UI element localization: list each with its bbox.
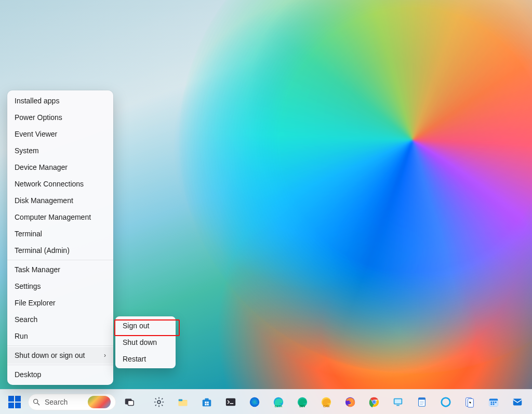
menu-item-task-manager[interactable]: Task Manager	[7, 261, 113, 278]
taskbar-app-edge-beta[interactable]: BETA	[268, 392, 289, 412]
svg-rect-10	[207, 402, 208, 403]
calendar-icon	[487, 396, 500, 408]
submenu-item-shut-down[interactable]: Shut down	[115, 334, 176, 351]
taskbar-app-edge-dev[interactable]: DEV	[292, 392, 313, 412]
edge-icon	[248, 396, 261, 408]
svg-rect-41	[493, 402, 495, 403]
taskbar-app-assistant[interactable]	[435, 392, 456, 412]
taskbar-app-calendar[interactable]	[483, 392, 504, 412]
svg-rect-5	[179, 400, 188, 406]
menu-item-search[interactable]: Search	[7, 311, 113, 328]
svg-text:DEV: DEV	[299, 405, 305, 408]
taskbar-app-monitor[interactable]	[388, 392, 408, 412]
svg-text:BETA: BETA	[275, 405, 283, 408]
menu-item-computer-management[interactable]: Computer Management	[7, 209, 113, 225]
svg-line-1	[37, 403, 39, 405]
chevron-right-icon: ›	[104, 351, 106, 359]
menu-item-power-options[interactable]: Power Options	[7, 109, 113, 126]
menu-item-shutdown-signout[interactable]: Shut down or sign out ›	[7, 347, 113, 364]
taskbar-app-edge-canary[interactable]: CAN	[316, 392, 337, 412]
edge-canary-icon: CAN	[320, 396, 332, 408]
svg-rect-6	[179, 399, 182, 401]
edge-dev-icon: DEV	[296, 396, 309, 408]
menu-item-run[interactable]: Run	[7, 328, 113, 344]
svg-point-35	[442, 397, 450, 406]
svg-rect-40	[491, 402, 493, 403]
quick-link-menu: Installed apps Power Options Event Viewe…	[7, 90, 113, 385]
svg-rect-42	[495, 402, 497, 403]
taskbar-app-chrome[interactable]	[364, 392, 384, 412]
menu-item-system[interactable]: System	[7, 142, 113, 159]
submenu-item-restart[interactable]: Restart	[115, 351, 176, 368]
task-view-icon	[123, 396, 136, 408]
mail-icon	[511, 396, 524, 408]
app-monitor-icon	[392, 396, 404, 408]
menu-item-disk-management[interactable]: Disk Management	[7, 192, 113, 209]
shutdown-submenu: Sign out Shut down Restart	[115, 316, 176, 368]
menu-item-terminal-admin[interactable]: Terminal (Admin)	[7, 242, 113, 259]
svg-text:CAN: CAN	[323, 405, 329, 408]
menu-item-device-manager[interactable]: Device Manager	[7, 159, 113, 176]
windows-logo-icon	[8, 396, 21, 408]
svg-rect-9	[205, 402, 206, 403]
menu-separator	[7, 365, 113, 365]
chrome-icon	[368, 396, 380, 408]
microsoft-store-icon	[201, 396, 213, 408]
menu-item-event-viewer[interactable]: Event Viewer	[7, 126, 113, 142]
search-placeholder: Search	[45, 398, 68, 406]
taskbar-app-settings[interactable]	[149, 392, 169, 412]
svg-rect-29	[396, 405, 400, 406]
taskbar-app-mail[interactable]	[507, 392, 528, 412]
taskbar-app-cards[interactable]	[459, 392, 480, 412]
taskbar-search[interactable]: Search	[28, 394, 116, 410]
taskbar-app-firefox[interactable]	[340, 392, 361, 412]
submenu-item-sign-out[interactable]: Sign out	[115, 316, 176, 334]
svg-rect-8	[205, 398, 208, 400]
taskbar-app-file-explorer[interactable]	[172, 392, 193, 412]
menu-item-network-connections[interactable]: Network Connections	[7, 176, 113, 192]
svg-point-0	[34, 399, 38, 403]
menu-item-desktop[interactable]: Desktop	[7, 366, 113, 385]
menu-separator	[7, 260, 113, 260]
svg-point-26	[373, 400, 376, 403]
task-view-button[interactable]	[119, 392, 140, 412]
edge-beta-icon: BETA	[272, 396, 285, 408]
search-highlight-icon	[88, 396, 111, 408]
taskbar-app-edge[interactable]	[244, 392, 265, 412]
firefox-icon	[344, 396, 356, 408]
svg-rect-44	[493, 403, 495, 405]
taskbar: Search BETA	[0, 389, 532, 414]
svg-rect-3	[128, 400, 134, 405]
svg-rect-13	[226, 398, 235, 406]
menu-item-terminal[interactable]: Terminal	[7, 225, 113, 242]
menu-item-installed-apps[interactable]: Installed apps	[7, 90, 113, 109]
taskbar-app-terminal[interactable]	[220, 392, 241, 412]
settings-icon	[153, 396, 165, 408]
file-explorer-icon	[177, 396, 189, 408]
notepad-icon	[416, 396, 428, 408]
solitaire-icon	[463, 396, 476, 408]
terminal-icon	[224, 396, 237, 408]
svg-rect-31	[419, 397, 425, 399]
svg-rect-12	[207, 404, 208, 405]
start-button[interactable]	[4, 392, 25, 412]
svg-rect-11	[205, 404, 206, 405]
svg-rect-43	[491, 403, 493, 405]
menu-separator	[7, 345, 113, 346]
svg-rect-28	[395, 399, 402, 403]
search-icon	[32, 398, 41, 406]
svg-point-4	[157, 400, 161, 404]
menu-item-settings[interactable]: Settings	[7, 278, 113, 295]
taskbar-app-store[interactable]	[196, 392, 217, 412]
cortana-icon	[440, 396, 452, 408]
taskbar-app-notepad[interactable]	[411, 392, 432, 412]
menu-item-file-explorer[interactable]: File Explorer	[7, 295, 113, 311]
svg-rect-7	[203, 399, 211, 406]
